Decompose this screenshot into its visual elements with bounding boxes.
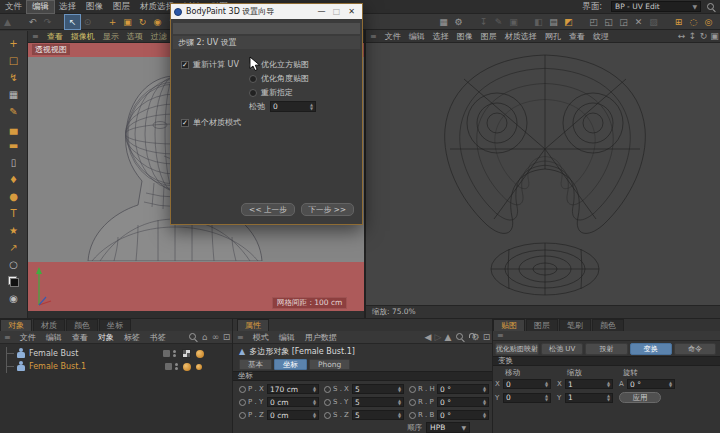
menu-image[interactable]: 图像 bbox=[81, 1, 108, 13]
relax-uv-button[interactable]: 松弛 UV bbox=[541, 343, 583, 355]
move-icon[interactable]: + bbox=[105, 15, 120, 29]
uvm-view[interactable]: 查看 bbox=[565, 31, 589, 42]
radio-icon[interactable] bbox=[249, 75, 257, 83]
keyframe-ring-icon[interactable] bbox=[409, 412, 416, 419]
keyframe-ring-icon[interactable] bbox=[409, 399, 416, 406]
stamp-tool-icon[interactable]: ▄ bbox=[5, 120, 23, 137]
object-row-female-bust[interactable]: Female Bust bbox=[0, 347, 232, 360]
vp-menu-filter[interactable]: 过滤 bbox=[147, 31, 171, 42]
uv-clone-icon[interactable]: ▣ bbox=[506, 15, 521, 29]
uvm-image[interactable]: 图像 bbox=[453, 31, 477, 42]
uv-edit-viewport[interactable] bbox=[366, 43, 720, 305]
keyframe-ring-icon[interactable] bbox=[239, 412, 246, 419]
sy-field[interactable]: 5 bbox=[352, 397, 404, 407]
pz-field[interactable]: 0 cm bbox=[267, 410, 319, 420]
toggle-layout-icon[interactable]: ▣ bbox=[709, 29, 720, 43]
search-icon[interactable] bbox=[453, 333, 466, 342]
relax-field[interactable]: 0 bbox=[270, 101, 316, 112]
panel-icon[interactable]: ⊡ bbox=[481, 330, 492, 344]
move-y-field[interactable]: 0 bbox=[503, 393, 551, 403]
attr-tab-coordinates[interactable]: 坐标 bbox=[274, 359, 307, 370]
scale-icon[interactable]: ▣ bbox=[120, 15, 135, 29]
move-tool-icon[interactable]: + bbox=[5, 35, 23, 52]
single-material-checkbox[interactable]: ✓ 单个材质模式 bbox=[181, 117, 241, 128]
transform-button[interactable]: 变换 bbox=[630, 343, 672, 355]
spinner[interactable] bbox=[313, 412, 316, 419]
panel-menu-icon[interactable]: ≡ bbox=[493, 331, 508, 340]
rotate-icon[interactable]: ↻ bbox=[135, 15, 150, 29]
menu-file[interactable]: 文件 bbox=[0, 1, 27, 13]
keyframe-ring-icon[interactable] bbox=[324, 399, 331, 406]
rb-field[interactable]: 0 ° bbox=[437, 410, 489, 420]
panel-menu-icon[interactable]: ≡ bbox=[28, 32, 43, 41]
eyedropper-tool-icon[interactable]: ↗ bbox=[5, 239, 23, 256]
vp-menu-view[interactable]: 查看 bbox=[43, 31, 67, 42]
spinner[interactable] bbox=[483, 386, 486, 393]
recalculate-uv-checkbox[interactable]: ✓ 重新计算 UV bbox=[181, 59, 239, 70]
uvm-layer[interactable]: 图层 bbox=[477, 31, 501, 42]
fill-tool-icon[interactable]: ♦ bbox=[5, 171, 23, 188]
om-view[interactable]: 查看 bbox=[67, 332, 93, 343]
checkbox-checked-icon[interactable]: ✓ bbox=[181, 61, 189, 69]
uv-polygon-mode-icon[interactable]: ◲ bbox=[616, 15, 631, 29]
keyframe-ring-icon[interactable] bbox=[239, 399, 246, 406]
eraser-tool-icon[interactable]: ▬ bbox=[5, 137, 23, 154]
layer-color-chip[interactable] bbox=[165, 363, 172, 370]
tab-attributes[interactable]: 属性 bbox=[237, 319, 269, 331]
minimize-button[interactable]: — bbox=[314, 7, 329, 16]
menu-select[interactable]: 选择 bbox=[54, 1, 81, 13]
object-row-female-bust-1[interactable]: Female Bust.1 bbox=[0, 360, 232, 373]
sx-field[interactable]: 5 bbox=[352, 384, 404, 394]
smudge-tool-icon[interactable]: ● bbox=[5, 188, 23, 205]
paintbrush-tool-icon[interactable]: ✎ bbox=[5, 103, 23, 120]
close-button[interactable]: ✕ bbox=[344, 7, 359, 16]
search-icon[interactable] bbox=[186, 333, 199, 342]
region-selection-icon[interactable]: ⊙ bbox=[80, 15, 95, 29]
panel-menu-icon[interactable]: ≡ bbox=[366, 32, 381, 41]
pattern-tool-icon[interactable]: ▦ bbox=[5, 86, 23, 103]
sphere-tool-icon[interactable]: ◉ bbox=[5, 290, 23, 307]
rp-field[interactable]: 0 ° bbox=[437, 397, 489, 407]
viewport-name-label[interactable]: 透视视图 bbox=[32, 44, 70, 55]
attr-edit[interactable]: 编辑 bbox=[274, 332, 300, 343]
menu-edit[interactable]: 编辑 bbox=[27, 1, 54, 13]
visibility-toggles[interactable] bbox=[173, 350, 176, 357]
tab-coordinates[interactable]: 坐标 bbox=[99, 319, 131, 331]
vp-menu-camera[interactable]: 摄像机 bbox=[67, 31, 99, 42]
keyframe-ring-icon[interactable] bbox=[239, 386, 246, 393]
lasso-tool-icon[interactable]: ○ bbox=[5, 256, 23, 273]
uv-mirror-icon[interactable]: ◧ bbox=[531, 15, 546, 29]
om-edit[interactable]: 编辑 bbox=[41, 332, 67, 343]
uvw-tag-icon[interactable] bbox=[182, 349, 191, 358]
uv-brush-icon[interactable]: ✎ bbox=[491, 15, 506, 29]
attr-tab-basic[interactable]: 基本 bbox=[239, 359, 272, 370]
panel-menu-icon[interactable]: ≡ bbox=[233, 333, 248, 342]
next-step-button[interactable]: 下一步 >> bbox=[301, 203, 354, 216]
scale-y-field[interactable]: 1 bbox=[565, 393, 613, 403]
rotate-view-icon[interactable]: ↻ bbox=[698, 29, 709, 43]
attr-mode[interactable]: 模式 bbox=[248, 332, 274, 343]
uvm-edit[interactable]: 编辑 bbox=[405, 31, 429, 42]
rh-field[interactable]: 0 ° bbox=[437, 384, 489, 394]
om-tags[interactable]: 标签 bbox=[119, 332, 145, 343]
spinner[interactable] bbox=[313, 399, 316, 406]
uvm-select[interactable]: 选择 bbox=[429, 31, 453, 42]
om-bookmarks[interactable]: 书签 bbox=[145, 332, 171, 343]
search-icon[interactable] bbox=[701, 2, 720, 12]
texture-tag-icon[interactable] bbox=[183, 363, 191, 371]
spinner[interactable] bbox=[398, 399, 401, 406]
color-swatches-tool-icon[interactable] bbox=[5, 273, 23, 290]
spinner[interactable] bbox=[398, 412, 401, 419]
object-name-selected[interactable]: Female Bust.1 bbox=[29, 362, 86, 371]
tab-brushes[interactable]: 笔刷 bbox=[559, 319, 591, 331]
spinner[interactable] bbox=[545, 394, 548, 401]
projection-button[interactable]: 投射 bbox=[585, 343, 627, 355]
link-icon[interactable]: ∞ bbox=[210, 330, 221, 344]
redo-icon[interactable]: ↷ bbox=[40, 15, 55, 29]
uv-tag-icon[interactable]: ◩ bbox=[561, 15, 576, 29]
spinner[interactable] bbox=[483, 412, 486, 419]
uv-grid-icon[interactable]: ▦ bbox=[436, 15, 451, 29]
roller-tool-icon[interactable]: ▯ bbox=[5, 154, 23, 171]
attr-tab-phong[interactable]: Phong bbox=[309, 359, 350, 370]
keyframe-ring-icon[interactable] bbox=[324, 386, 331, 393]
